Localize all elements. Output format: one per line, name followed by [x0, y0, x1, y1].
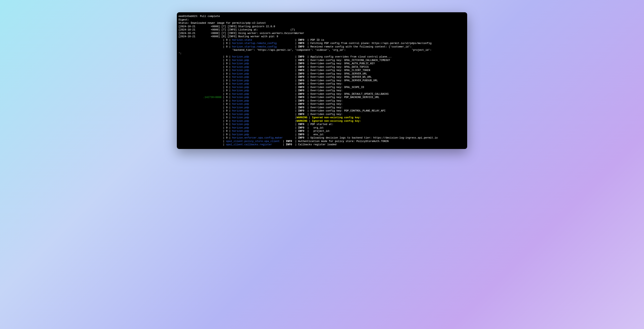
log-source: horizon.pdp [232, 72, 294, 75]
log-message: Overriden config key: [310, 106, 343, 109]
log-message: Overriden config key: OPAL_DEFAULT_UPDAT… [310, 93, 389, 96]
log-level-warning: WARNING [297, 116, 308, 119]
log-source: horizon.pdp [232, 96, 294, 99]
log-source: horizon.pdp [232, 83, 294, 85]
timestamp [178, 72, 222, 75]
timestamp [178, 56, 222, 58]
log-line: Status: Downloaded newer image for permi… [178, 22, 466, 25]
terminal-window[interactable]: eee0143ab823: Pull completeDigest:Status… [177, 12, 467, 149]
log-source: horizon.pdp [232, 130, 294, 133]
log-source: horizon.pdp [232, 66, 294, 69]
log-message: org_id: [310, 126, 324, 129]
timestamp [178, 116, 222, 119]
log-line: | 9 | horizon.pdp | INFO | Overriden con… [178, 93, 466, 96]
log-line: 'backend_tier': 'https://api.permit.io',… [178, 49, 466, 52]
timestamp [178, 93, 222, 96]
log-level: INFO [298, 46, 304, 48]
log-message: Overriden config key: OPAL_DATA_TOPICS [310, 66, 368, 69]
log-source: horizon.pdp [232, 126, 294, 129]
log-message: Applying config overrides from cloud con… [310, 56, 392, 58]
pull-line: eee0143ab823: Pull complete [178, 15, 220, 18]
log-source: horizon.pdp [232, 103, 294, 106]
context-line: 'backend_tier': 'https://api.permit.io',… [222, 49, 467, 52]
timestamp [178, 39, 222, 42]
log-line: | 9 | horizon.pdp | INFO | Overriden con… [178, 59, 466, 62]
timestamp [178, 89, 222, 92]
log-source: horizon.pdp [232, 116, 294, 119]
log-level: INFO [298, 69, 304, 72]
log-message: Overriden config key: [310, 89, 343, 92]
log-level: INFO [298, 72, 304, 75]
log-source: horizon.pdp [232, 56, 294, 58]
timestamp [178, 110, 222, 112]
terminal-output: eee0143ab823: Pull completeDigest:Status… [178, 15, 466, 147]
log-line: eee0143ab823: Pull complete [178, 15, 466, 18]
log-message: Overriden config key: OPAL_CLIENT_TOKEN [310, 69, 370, 72]
log-source: horizon.state [232, 39, 294, 42]
context-line: ': [178, 52, 182, 55]
log-line: | 9 | horizon.pdp |WARNING | Ignored non… [178, 116, 466, 120]
log-line: | 9 | horizon.pdp |WARNING | Ignored non… [178, 120, 466, 123]
log-line: | 9 | horizon.startup.remote_config | IN… [178, 42, 466, 45]
log-level: INFO [298, 106, 304, 109]
timestamp [178, 66, 222, 69]
log-line: | 9 | horizon.pdp | INFO | Overriden con… [178, 79, 466, 83]
log-line: [2024-10-21 +0000] [7] [INFO] Using work… [178, 32, 466, 35]
gunicorn-line: [2024-10-21 +0000] [7] [INFO] Starting g… [178, 25, 275, 28]
log-level: INFO [298, 86, 304, 89]
log-source: horizon.pdp [232, 113, 294, 116]
timestamp [178, 99, 222, 102]
gunicorn-line: [2024-10-21 +0000] [7] [INFO] Listening … [178, 29, 295, 31]
log-line: | 9 | horizon.state | INFO | PDP ID is [178, 39, 466, 42]
log-message: Overriden config key: OPAL_SCOPE_ID [310, 86, 364, 89]
log-line: | 9 | horizon.pdp | INFO | PDP started a… [178, 123, 466, 126]
log-level: INFO [298, 99, 304, 102]
log-level: INFO [286, 143, 292, 146]
log-line: [2024-10-21 +0000] [7] [INFO] Listening … [178, 28, 466, 32]
timestamp [178, 69, 222, 72]
log-line: | 9 | horizon.pdp | INFO | project_id: [178, 130, 466, 133]
timestamp [178, 136, 222, 139]
log-line: | 9 | horizon.pdp | INFO | Overriden con… [178, 69, 466, 72]
log-line: | 9 | horizon.pdp | INFO | Applying conf… [178, 55, 466, 59]
log-level: INFO [298, 56, 304, 58]
log-line: | 9 | horizon.pdp | INFO | org_id: [178, 126, 466, 130]
log-source: horizon.pdp [232, 93, 294, 96]
log-level: INFO [298, 59, 304, 62]
timestamp [178, 103, 222, 106]
timestamp [178, 106, 222, 109]
log-source: opal_client.policy_store.opa_client [226, 140, 281, 143]
log-line: | 9 | horizon.pdp | INFO | Overriden con… [178, 62, 466, 66]
log-line: | 9 | horizon.pdp | INFO | Overriden con… [178, 82, 466, 86]
log-level: INFO [298, 103, 304, 106]
log-message: Received remote config with the followin… [310, 46, 467, 48]
log-message: Ignored non-existing config key: [312, 120, 361, 123]
log-level: INFO [298, 39, 304, 42]
log-level: INFO [298, 42, 304, 45]
timestamp [178, 133, 222, 136]
log-line: ': [178, 52, 466, 56]
log-message: Overriden config key: PDP_CONTROL_PLANE_… [310, 110, 386, 112]
log-level-warning: WARNING [297, 120, 308, 123]
log-level: INFO [298, 76, 304, 79]
log-level: INFO [298, 130, 304, 133]
log-source: opal_client.callbacks.register [226, 143, 281, 146]
log-line: | 9 | horizon.pdp | INFO | Overriden con… [178, 72, 466, 76]
log-line: [2024-10-21 +0000] [9] [INFO] Booting wo… [178, 35, 466, 39]
log-source: horizon.pdp [232, 62, 294, 65]
log-message: Ignored non-existing config key: [312, 116, 361, 119]
log-line: [2024-10-21 +0000] [7] [INFO] Starting g… [178, 25, 466, 29]
log-level: INFO [298, 123, 304, 126]
timestamp [178, 76, 222, 79]
log-message: Overriden config key: [310, 83, 343, 85]
gunicorn-line: [2024-10-21 +0000] [9] [INFO] Booting wo… [178, 35, 278, 38]
log-level: INFO [298, 126, 304, 129]
log-line: | 9 | horizon.pdp | INFO | Overriden con… [178, 99, 466, 103]
gunicorn-line: [2024-10-21 +0000] [7] [INFO] Using work… [178, 32, 304, 35]
log-level: INFO [298, 83, 304, 85]
timestamp [178, 86, 222, 89]
log-level: INFO [298, 96, 304, 99]
log-line: | 9 | horizon.pdp | INFO | Overriden con… [178, 89, 466, 93]
log-message: PDP started at: [310, 123, 334, 126]
log-message: Authentication mode for policy store: Po… [298, 140, 389, 143]
